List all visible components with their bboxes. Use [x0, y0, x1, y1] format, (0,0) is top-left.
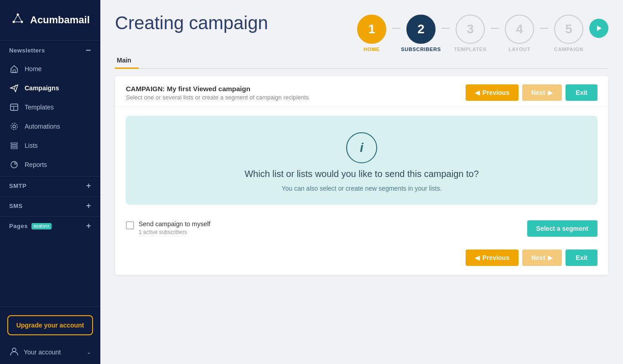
- select-segment-button[interactable]: Select a segment: [527, 220, 597, 237]
- campaign-desc: Select one or several lists or create a …: [126, 94, 309, 101]
- pages-expand-icon[interactable]: +: [86, 221, 91, 231]
- step-5-number: 5: [565, 22, 572, 36]
- step-4-number: 4: [516, 22, 523, 36]
- paper-plane-icon: [9, 83, 19, 93]
- step-3-number: 3: [467, 22, 474, 36]
- sms-section-header[interactable]: SMS +: [0, 196, 100, 214]
- account-label: Your account: [24, 348, 61, 356]
- next-button-top[interactable]: Next ▶: [522, 84, 562, 101]
- automations-label: Automations: [25, 123, 60, 130]
- step-1-label: HOME: [363, 47, 380, 52]
- step-2-label: SUBSCRIBERS: [401, 47, 441, 52]
- template-icon: [9, 102, 19, 112]
- step-3[interactable]: 3 TEMPLATES: [450, 15, 491, 52]
- svg-point-11: [11, 123, 17, 130]
- step-3-label: TEMPLATES: [454, 47, 487, 52]
- sidebar-item-automations[interactable]: Automations: [0, 117, 100, 136]
- content-area: Main CAMPAIGN: My first Viewed campaign …: [100, 52, 623, 364]
- smtp-label: SMTP: [9, 182, 26, 189]
- step-1[interactable]: 1 HOME: [351, 15, 392, 52]
- sidebar-item-templates[interactable]: Templates: [0, 98, 100, 117]
- page-title: Creating campaign: [115, 13, 268, 33]
- sidebar-bottom: Upgrade your account Your account ⌄: [0, 307, 100, 364]
- campaign-title-area: CAMPAIGN: My first Viewed campaign Selec…: [126, 85, 309, 101]
- info-icon: i: [346, 132, 377, 163]
- svg-line-4: [18, 15, 22, 22]
- home-label: Home: [25, 65, 42, 73]
- campaign-prefix: CAMPAIGN:: [126, 85, 167, 93]
- campaigns-label: Campaigns: [25, 84, 59, 92]
- svg-marker-17: [597, 26, 602, 31]
- header-btn-row: ◀ Previous Next ▶ Exit: [466, 84, 597, 101]
- upgrade-button[interactable]: Upgrade your account: [7, 315, 93, 335]
- sidebar-item-home[interactable]: Home: [0, 59, 100, 78]
- account-menu[interactable]: Your account ⌄: [0, 340, 100, 364]
- account-icon: [9, 346, 19, 358]
- svg-rect-12: [11, 143, 17, 144]
- campaign-card: CAMPAIGN: My first Viewed campaign Selec…: [115, 76, 608, 275]
- logo: Acumbamail: [0, 0, 100, 38]
- previous-button-top[interactable]: ◀ Previous: [466, 84, 519, 101]
- smtp-section-header[interactable]: SMTP +: [0, 176, 100, 194]
- pages-section-header[interactable]: Pages NUEVO +: [0, 216, 100, 234]
- exit-button-top[interactable]: Exit: [566, 84, 597, 101]
- home-icon: [9, 64, 19, 74]
- campaign-label: CAMPAIGN: My first Viewed campaign: [126, 85, 309, 93]
- sidebar-item-reports[interactable]: Reports: [0, 155, 100, 174]
- campaign-header-row: CAMPAIGN: My first Viewed campaign Selec…: [115, 76, 608, 107]
- account-chevron-icon: ⌄: [87, 349, 91, 355]
- prev-arrow-icon: ◀: [475, 89, 480, 96]
- step-line-2: [441, 28, 450, 29]
- main-content: Creating campaign 1 HOME 2 SUBSCRIBERS: [100, 0, 623, 364]
- campaign-name: My first Viewed campaign: [167, 85, 250, 93]
- svg-rect-13: [11, 145, 17, 146]
- next-label-top: Next: [531, 89, 545, 96]
- svg-rect-7: [10, 104, 18, 110]
- step-2-number: 2: [417, 22, 425, 36]
- steps-bar: 1 HOME 2 SUBSCRIBERS 3 TEMPLATES: [351, 15, 608, 52]
- step-5[interactable]: 5 CAMPAIGN: [548, 15, 589, 52]
- lists-label: Lists: [25, 142, 38, 149]
- next-button-bottom[interactable]: Next ▶: [522, 250, 562, 266]
- step-line-1: [392, 28, 400, 29]
- reports-label: Reports: [25, 161, 47, 168]
- next-arrow-icon-top: ▶: [548, 89, 553, 96]
- svg-point-16: [12, 348, 16, 352]
- info-sub-text: You can also select or create new segmen…: [281, 185, 441, 192]
- newsletters-collapse-icon[interactable]: −: [86, 45, 91, 56]
- smtp-expand-icon[interactable]: +: [86, 181, 91, 191]
- sms-expand-icon[interactable]: +: [86, 201, 91, 211]
- step-4[interactable]: 4 LAYOUT: [499, 15, 540, 52]
- step-4-circle: 4: [505, 15, 534, 44]
- step-2-circle: 2: [406, 15, 436, 44]
- app-name: Acumbamail: [30, 14, 90, 26]
- sidebar-item-lists[interactable]: Lists: [0, 136, 100, 155]
- svg-rect-6: [13, 70, 16, 73]
- active-subscribers: 1 active subscribers: [139, 229, 210, 235]
- step-1-circle: 1: [357, 15, 386, 44]
- gear-icon: [9, 121, 19, 131]
- send-myself-label: Send campaign to myself: [139, 220, 210, 228]
- send-myself-area: Send campaign to myself 1 active subscri…: [126, 220, 210, 235]
- pages-badge: NUEVO: [31, 223, 52, 229]
- sidebar-item-campaigns[interactable]: Campaigns: [0, 78, 100, 98]
- play-button[interactable]: [589, 19, 608, 38]
- pages-label: Pages: [9, 223, 28, 229]
- tab-main[interactable]: Main: [115, 52, 139, 69]
- sms-label: SMS: [9, 203, 23, 209]
- send-myself-checkbox[interactable]: [126, 221, 134, 229]
- step-2[interactable]: 2 SUBSCRIBERS: [400, 15, 441, 52]
- step-4-label: LAYOUT: [509, 47, 530, 52]
- tab-bar: Main: [115, 52, 608, 69]
- send-myself-row: Send campaign to myself 1 active subscri…: [115, 214, 608, 245]
- prev-label-bottom: Previous: [483, 254, 509, 261]
- previous-button-bottom[interactable]: ◀ Previous: [466, 250, 519, 266]
- svg-rect-14: [11, 147, 17, 149]
- newsletters-label: Newsletters: [9, 47, 45, 54]
- logo-icon: [9, 10, 26, 30]
- exit-button-bottom[interactable]: Exit: [566, 250, 597, 266]
- svg-point-10: [13, 125, 16, 128]
- bottom-btn-row: ◀ Previous Next ▶ Exit: [115, 245, 608, 275]
- prev-label-top: Previous: [483, 89, 509, 96]
- templates-label: Templates: [25, 104, 54, 111]
